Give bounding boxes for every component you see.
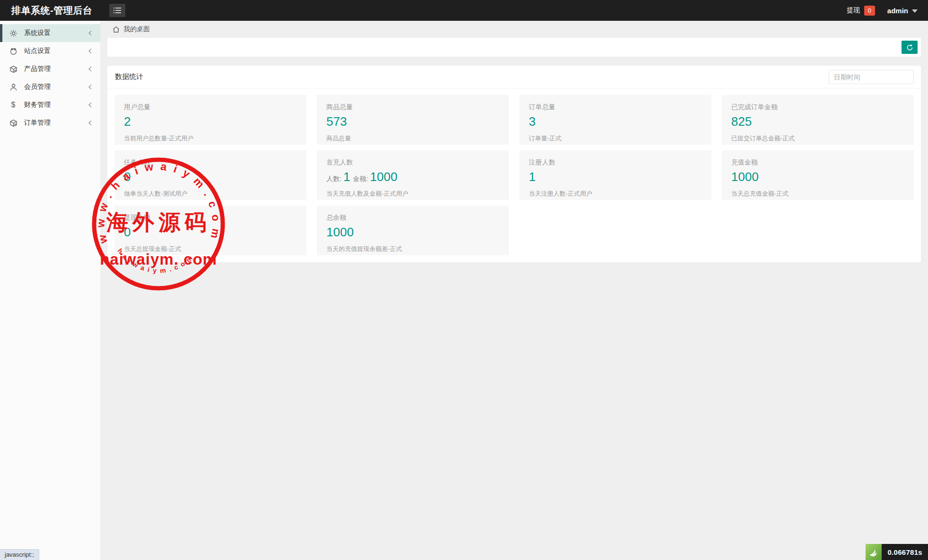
stat-label: 商品总量: [326, 103, 499, 112]
breadcrumb: 我的桌面: [100, 21, 928, 38]
username: admin: [887, 7, 908, 15]
sidebar-item-label: 会员管理: [24, 83, 51, 91]
stat-desc: 已提交订单总金额-正式: [731, 134, 904, 143]
refresh-button[interactable]: [902, 41, 918, 54]
stat-card-completed-order-amount: 已完成订单金额 825 已提交订单总金额-正式: [722, 95, 914, 145]
stat-value: 0: [124, 170, 297, 184]
stat-value: 3: [529, 115, 702, 129]
date-input[interactable]: [829, 70, 914, 84]
stat-card-total-orders: 订单总量 3 订单量-正式: [519, 95, 711, 145]
stat-value-composite: 人数: 1 金额: 1000: [326, 170, 499, 184]
stat-card-total-balance: 总余额 1000 当天的充值提现余额差-正式: [317, 206, 509, 255]
stat-subvalue: 1000: [370, 170, 397, 184]
stat-value: 573: [326, 115, 499, 129]
stat-value: 1: [529, 170, 702, 184]
stat-card-recharge-amount: 充值金额 1000 当天总充值金额-正式: [722, 150, 914, 200]
chevron-left-icon: [88, 66, 93, 72]
stat-desc: 当天充值人数及金额-正式用户: [326, 190, 499, 198]
stat-label: 用户总量: [124, 103, 297, 112]
sidebar-item-label: 站点设置: [24, 47, 51, 55]
stat-label: 充值金额: [731, 158, 904, 167]
sidebar-item-label: 财务管理: [24, 101, 51, 109]
sidebar-item-order-management[interactable]: 订单管理: [0, 114, 100, 132]
topbar: 排单系统-管理后台 提现 0 admin: [0, 0, 928, 21]
withdraw-count-badge[interactable]: 0: [864, 6, 875, 16]
stat-card-first-recharge: 首充人数 人数: 1 金额: 1000 当天充值人数及金额-正式用户: [317, 150, 509, 200]
sidebar-item-member-management[interactable]: 会员管理: [0, 78, 100, 96]
app-title: 排单系统-管理后台: [0, 4, 100, 17]
dollar-icon: $: [9, 101, 18, 109]
cube-icon: [9, 65, 18, 73]
stat-card-task-users: 任务人数 0 做单当天人数-测试用户: [114, 150, 306, 200]
gear-icon: [9, 29, 18, 37]
stat-desc: 当天总提现金额-正式: [124, 245, 297, 253]
chevron-left-icon: [88, 30, 93, 36]
stat-desc: 当天总充值金额-正式: [731, 190, 904, 198]
stat-value: 0: [124, 225, 297, 240]
trace-bar: 0.066781s: [866, 544, 928, 560]
stat-label: 订单总量: [529, 103, 702, 112]
stat-value: 825: [731, 115, 904, 129]
user-icon: [9, 83, 18, 91]
chevron-left-icon: [88, 84, 93, 90]
stat-desc: 订单量-正式: [529, 134, 702, 143]
sidebar: 系统设置 站点设置 产品管理: [0, 21, 100, 560]
link-status-tooltip: javascript:;: [0, 549, 39, 560]
toolbar: [107, 38, 921, 57]
chevron-left-icon: [88, 102, 93, 108]
stat-value: 1000: [326, 225, 499, 240]
stat-desc: 当天的充值提现余额差-正式: [326, 245, 499, 253]
sidebar-item-label: 系统设置: [24, 29, 51, 37]
topbar-right: 提现 0 admin: [847, 6, 928, 16]
trace-time-badge[interactable]: 0.066781s: [882, 544, 928, 560]
stat-label: 首充人数: [326, 158, 499, 167]
withdraw-link[interactable]: 提现: [847, 6, 860, 15]
sidebar-item-product-management[interactable]: 产品管理: [0, 60, 100, 78]
sidebar-item-system-settings[interactable]: 系统设置: [0, 24, 100, 42]
stat-label: 提现金额: [124, 214, 297, 222]
stat-label: 已完成订单金额: [731, 103, 904, 112]
stat-value: 1000: [731, 170, 904, 184]
thinkphp-logo-icon[interactable]: [866, 544, 882, 560]
stat-label: 总余额: [326, 214, 499, 222]
sidebar-item-finance-management[interactable]: $ 财务管理: [0, 96, 100, 114]
main-content: 我的桌面 数据统计 用户总量 2 当前用户总数量-正式用户 商品总量 573: [100, 21, 928, 560]
chevron-down-icon: [912, 9, 918, 13]
stat-subvalue: 1: [343, 170, 350, 184]
stat-label: 任务人数: [124, 158, 297, 167]
sidebar-item-label: 订单管理: [24, 119, 51, 127]
sidebar-item-site-settings[interactable]: 站点设置: [0, 42, 100, 60]
stat-card-total-products: 商品总量 573 商品总量: [317, 95, 509, 145]
hamburger-icon: [114, 7, 121, 14]
stat-desc: 当前用户总数量-正式用户: [124, 134, 297, 143]
stat-desc: 做单当天人数-测试用户: [124, 190, 297, 198]
home-icon[interactable]: [113, 26, 120, 33]
stat-desc: 商品总量: [326, 134, 499, 143]
refresh-icon: [906, 44, 913, 51]
chevron-left-icon: [88, 48, 93, 54]
sidebar-item-label: 产品管理: [24, 65, 51, 73]
stats-panel: 数据统计 用户总量 2 当前用户总数量-正式用户 商品总量 573 商品总量 订…: [107, 66, 921, 262]
stat-sublabel: 人数:: [326, 175, 341, 183]
chevron-left-icon: [88, 120, 93, 126]
stats-cards-grid: 用户总量 2 当前用户总数量-正式用户 商品总量 573 商品总量 订单总量 3…: [107, 88, 921, 262]
globe-icon: [9, 47, 18, 55]
breadcrumb-label[interactable]: 我的桌面: [123, 25, 150, 34]
stat-sublabel: 金额:: [353, 175, 368, 183]
user-dropdown[interactable]: admin: [887, 7, 918, 15]
package-icon: [9, 119, 18, 127]
panel-title: 数据统计: [115, 72, 143, 81]
stat-card-registered-users: 注册人数 1 当天注册人数-正式用户: [519, 150, 711, 200]
stat-card-withdraw-amount: 提现金额 0 当天总提现金额-正式: [114, 206, 306, 255]
stat-label: 注册人数: [529, 158, 702, 167]
panel-header: 数据统计: [107, 66, 921, 88]
stat-value: 2: [124, 115, 297, 129]
sidebar-collapse-button[interactable]: [109, 4, 125, 17]
stat-desc: 当天注册人数-正式用户: [529, 190, 702, 198]
stat-card-total-users: 用户总量 2 当前用户总数量-正式用户: [114, 95, 306, 145]
